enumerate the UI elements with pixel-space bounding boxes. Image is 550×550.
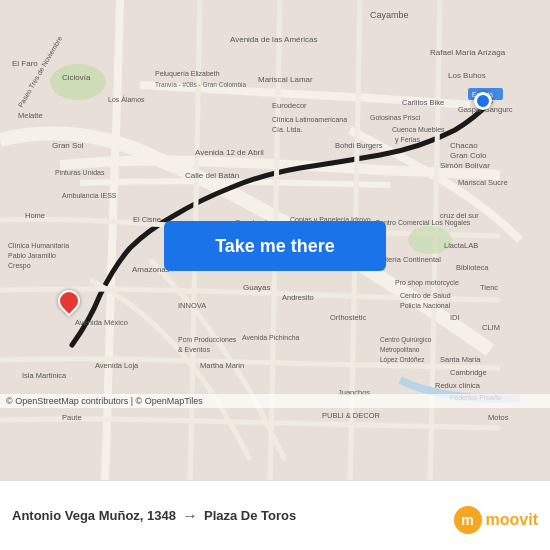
take-me-there-button[interactable]: Take me there xyxy=(164,221,386,271)
svg-text:Avenida 12 de Abril: Avenida 12 de Abril xyxy=(195,148,264,157)
svg-text:Ambulancia IESS: Ambulancia IESS xyxy=(62,192,117,199)
svg-text:Pablo Jaramillo: Pablo Jaramillo xyxy=(8,252,56,259)
route-arrow: → xyxy=(182,507,198,525)
svg-text:& Eventos: & Eventos xyxy=(178,346,210,353)
svg-text:Centro Quirúrgico: Centro Quirúrgico xyxy=(380,336,432,344)
svg-text:y Ferias: y Ferias xyxy=(395,136,420,144)
svg-text:Andresito: Andresito xyxy=(282,293,314,302)
svg-text:Peluquería Elizabeth: Peluquería Elizabeth xyxy=(155,70,220,78)
route-from: Antonio Vega Muñoz, 1348 xyxy=(12,508,176,523)
svg-text:Golosinas Prisci: Golosinas Prisci xyxy=(370,114,421,121)
route-to: Plaza De Toros xyxy=(204,508,296,523)
svg-text:Orthostetic: Orthostetic xyxy=(330,313,367,322)
svg-text:Cambridge: Cambridge xyxy=(450,368,487,377)
svg-text:IDI: IDI xyxy=(450,313,460,322)
svg-text:INNOVA: INNOVA xyxy=(178,301,206,310)
svg-text:Ciclovía: Ciclovía xyxy=(62,73,91,82)
svg-text:Centro de Salud: Centro de Salud xyxy=(400,292,451,299)
svg-text:cruz del sur: cruz del sur xyxy=(440,211,479,220)
svg-text:Avenida de las Américas: Avenida de las Américas xyxy=(230,35,317,44)
svg-text:Pro shop motorcycle: Pro shop motorcycle xyxy=(395,279,459,287)
svg-text:Calle del Batán: Calle del Batán xyxy=(185,171,239,180)
svg-text:Simón Bolívar: Simón Bolívar xyxy=(440,161,490,170)
svg-text:Metropolitano: Metropolitano xyxy=(380,346,420,354)
svg-text:Carlitos Bike: Carlitos Bike xyxy=(402,98,444,107)
moovit-logo: m moovit xyxy=(454,506,538,534)
svg-text:Clínica Latinoamericana: Clínica Latinoamericana xyxy=(272,116,347,123)
svg-text:Biblioteca: Biblioteca xyxy=(456,263,489,272)
moovit-icon: m xyxy=(454,506,482,534)
svg-text:Chacao: Chacao xyxy=(450,141,478,150)
svg-text:Santa Maria: Santa Maria xyxy=(440,355,481,364)
svg-text:Rafael María Arízaga: Rafael María Arízaga xyxy=(430,48,506,57)
svg-text:Los Buhos: Los Buhos xyxy=(448,71,486,80)
svg-text:Cuenca Muebles: Cuenca Muebles xyxy=(392,126,445,133)
map-attribution: © OpenStreetMap contributors | © OpenMap… xyxy=(0,394,550,408)
svg-text:Avenida Loja: Avenida Loja xyxy=(95,361,139,370)
destination-pin xyxy=(474,92,492,110)
svg-text:Pinturas Unidas: Pinturas Unidas xyxy=(55,169,105,176)
svg-text:CLIM: CLIM xyxy=(482,323,500,332)
svg-text:Centro Comercial Los Nogales: Centro Comercial Los Nogales xyxy=(375,219,471,227)
svg-text:El Faro: El Faro xyxy=(12,59,38,68)
svg-text:Mariscal Lamar: Mariscal Lamar xyxy=(258,75,313,84)
svg-text:Guayas: Guayas xyxy=(243,283,271,292)
svg-text:López Ordóñez: López Ordóñez xyxy=(380,356,425,364)
svg-text:Gran Sol: Gran Sol xyxy=(52,141,84,150)
svg-text:Paute: Paute xyxy=(62,413,82,422)
svg-text:Melatte: Melatte xyxy=(18,111,43,120)
svg-text:Clínica Humanitaria: Clínica Humanitaria xyxy=(8,242,69,249)
svg-text:LlactaLAB: LlactaLAB xyxy=(444,241,478,250)
svg-text:Bohdi Burgers: Bohdi Burgers xyxy=(335,141,383,150)
moovit-text: moovit xyxy=(486,511,538,529)
svg-text:Redux clínica: Redux clínica xyxy=(435,381,481,390)
svg-text:Isla Martinica: Isla Martinica xyxy=(22,371,67,380)
svg-point-1 xyxy=(50,64,106,100)
svg-text:Pcm Producciones: Pcm Producciones xyxy=(178,336,237,343)
bottom-bar: Antonio Vega Muñoz, 1348 → Plaza De Toro… xyxy=(0,480,550,550)
svg-text:El Cisne: El Cisne xyxy=(133,215,161,224)
svg-text:PUBLI & DECOR: PUBLI & DECOR xyxy=(322,411,381,420)
svg-text:Avenida México: Avenida México xyxy=(75,318,128,327)
svg-text:Gran Colo: Gran Colo xyxy=(450,151,487,160)
svg-text:Policía Nacional: Policía Nacional xyxy=(400,302,451,309)
svg-text:Avenida Pichincha: Avenida Pichincha xyxy=(242,334,300,341)
svg-text:Tranvía - #08s - Gran Colombia: Tranvía - #08s - Gran Colombia xyxy=(155,81,247,88)
svg-text:Eurodecor: Eurodecor xyxy=(272,101,307,110)
svg-text:Tienc: Tienc xyxy=(480,283,498,292)
svg-text:Cía. Ltda.: Cía. Ltda. xyxy=(272,126,302,133)
svg-text:Crespo: Crespo xyxy=(8,262,31,270)
map-container: Cayambe Avenida de las Américas Rafael M… xyxy=(0,0,550,480)
svg-text:Martha Marin: Martha Marin xyxy=(200,361,244,370)
svg-text:Los Álamos: Los Álamos xyxy=(108,95,145,103)
svg-text:Mariscal Sucre: Mariscal Sucre xyxy=(458,178,508,187)
svg-text:Cayambe: Cayambe xyxy=(370,10,409,20)
svg-text:Home: Home xyxy=(25,211,45,220)
svg-text:Motos: Motos xyxy=(488,413,509,422)
